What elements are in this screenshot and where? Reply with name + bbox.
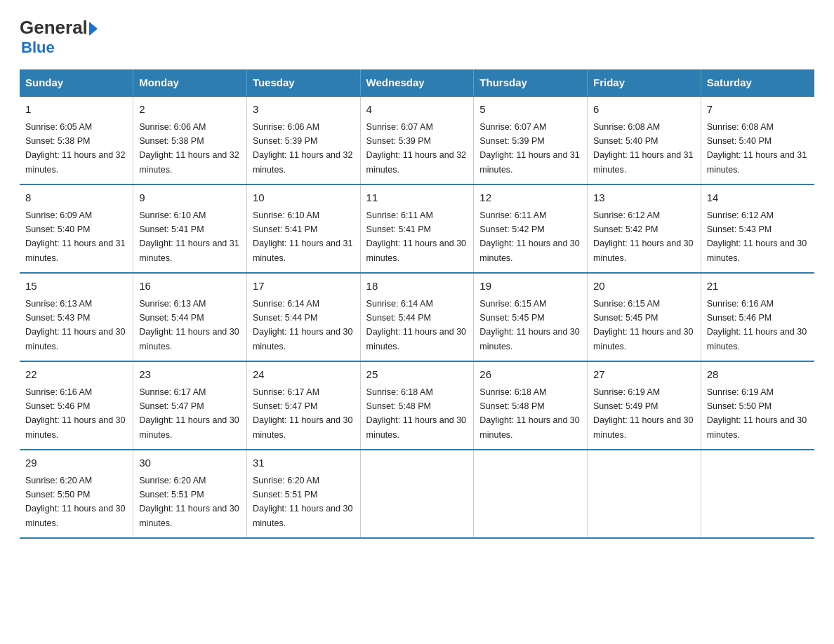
day-info: Sunrise: 6:10 AMSunset: 5:41 PMDaylight:… [139, 210, 239, 263]
day-number: 5 [479, 102, 581, 118]
logo-general: General [20, 17, 88, 39]
col-header-tuesday: Tuesday [246, 69, 360, 96]
day-info: Sunrise: 6:19 AMSunset: 5:49 PMDaylight:… [593, 387, 693, 440]
day-info: Sunrise: 6:15 AMSunset: 5:45 PMDaylight:… [593, 299, 693, 351]
day-info: Sunrise: 6:20 AMSunset: 5:51 PMDaylight:… [139, 476, 239, 528]
calendar-cell: 23Sunrise: 6:17 AMSunset: 5:47 PMDayligh… [133, 361, 247, 450]
day-info: Sunrise: 6:16 AMSunset: 5:46 PMDaylight:… [707, 299, 807, 351]
day-number: 27 [593, 367, 695, 383]
calendar-cell: 13Sunrise: 6:12 AMSunset: 5:42 PMDayligh… [588, 185, 701, 273]
col-header-friday: Friday [588, 69, 701, 96]
calendar-week-row: 15Sunrise: 6:13 AMSunset: 5:43 PMDayligh… [20, 273, 814, 361]
col-header-saturday: Saturday [701, 69, 814, 96]
day-number: 16 [139, 279, 241, 295]
logo: General Blue [20, 17, 98, 57]
day-info: Sunrise: 6:20 AMSunset: 5:50 PMDaylight:… [25, 476, 125, 528]
calendar-week-row: 22Sunrise: 6:16 AMSunset: 5:46 PMDayligh… [20, 361, 814, 450]
day-info: Sunrise: 6:14 AMSunset: 5:44 PMDaylight:… [253, 299, 352, 351]
calendar-cell: 24Sunrise: 6:17 AMSunset: 5:47 PMDayligh… [246, 361, 360, 450]
day-number: 10 [253, 190, 355, 206]
calendar-cell: 1Sunrise: 6:05 AMSunset: 5:38 PMDaylight… [20, 96, 133, 185]
calendar-cell: 6Sunrise: 6:08 AMSunset: 5:40 PMDaylight… [588, 96, 701, 185]
day-info: Sunrise: 6:07 AMSunset: 5:39 PMDaylight:… [479, 122, 579, 175]
calendar-cell: 4Sunrise: 6:07 AMSunset: 5:39 PMDaylight… [360, 96, 474, 185]
day-info: Sunrise: 6:07 AMSunset: 5:39 PMDaylight:… [366, 122, 466, 175]
day-number: 26 [479, 367, 581, 383]
day-info: Sunrise: 6:11 AMSunset: 5:42 PMDaylight:… [479, 210, 579, 263]
calendar-cell: 31Sunrise: 6:20 AMSunset: 5:51 PMDayligh… [246, 450, 360, 538]
calendar-week-row: 29Sunrise: 6:20 AMSunset: 5:50 PMDayligh… [20, 450, 814, 538]
calendar-cell [701, 450, 814, 538]
calendar-cell: 16Sunrise: 6:13 AMSunset: 5:44 PMDayligh… [133, 273, 247, 361]
day-number: 3 [253, 102, 355, 118]
calendar-cell: 29Sunrise: 6:20 AMSunset: 5:50 PMDayligh… [20, 450, 133, 538]
day-number: 30 [139, 455, 241, 471]
day-number: 8 [25, 190, 127, 206]
col-header-sunday: Sunday [20, 69, 133, 96]
calendar-table: SundayMondayTuesdayWednesdayThursdayFrid… [20, 69, 814, 539]
day-info: Sunrise: 6:06 AMSunset: 5:38 PMDaylight:… [139, 122, 239, 175]
calendar-cell: 8Sunrise: 6:09 AMSunset: 5:40 PMDaylight… [20, 185, 133, 273]
day-info: Sunrise: 6:13 AMSunset: 5:43 PMDaylight:… [25, 299, 125, 351]
logo-triangle-icon [89, 22, 98, 36]
day-number: 2 [139, 102, 241, 118]
col-header-monday: Monday [133, 69, 247, 96]
day-number: 29 [25, 455, 127, 471]
calendar-cell: 3Sunrise: 6:06 AMSunset: 5:39 PMDaylight… [246, 96, 360, 185]
day-number: 17 [253, 279, 355, 295]
calendar-week-row: 1Sunrise: 6:05 AMSunset: 5:38 PMDaylight… [20, 96, 814, 185]
calendar-cell: 19Sunrise: 6:15 AMSunset: 5:45 PMDayligh… [474, 273, 588, 361]
day-number: 25 [366, 367, 468, 383]
day-info: Sunrise: 6:06 AMSunset: 5:39 PMDaylight:… [253, 122, 352, 175]
day-info: Sunrise: 6:12 AMSunset: 5:43 PMDaylight:… [707, 210, 807, 263]
calendar-cell: 7Sunrise: 6:08 AMSunset: 5:40 PMDaylight… [701, 96, 814, 185]
day-info: Sunrise: 6:19 AMSunset: 5:50 PMDaylight:… [707, 387, 807, 440]
day-number: 23 [139, 367, 241, 383]
day-info: Sunrise: 6:18 AMSunset: 5:48 PMDaylight:… [479, 387, 579, 440]
day-number: 9 [139, 190, 241, 206]
day-number: 13 [593, 190, 695, 206]
calendar-cell [474, 450, 588, 538]
day-info: Sunrise: 6:09 AMSunset: 5:40 PMDaylight:… [25, 210, 125, 263]
day-number: 19 [479, 279, 581, 295]
calendar-cell [360, 450, 474, 538]
calendar-cell: 22Sunrise: 6:16 AMSunset: 5:46 PMDayligh… [20, 361, 133, 450]
day-number: 6 [593, 102, 695, 118]
calendar-cell: 15Sunrise: 6:13 AMSunset: 5:43 PMDayligh… [20, 273, 133, 361]
day-number: 24 [253, 367, 355, 383]
day-info: Sunrise: 6:11 AMSunset: 5:41 PMDaylight:… [366, 210, 466, 263]
calendar-cell: 25Sunrise: 6:18 AMSunset: 5:48 PMDayligh… [360, 361, 474, 450]
day-info: Sunrise: 6:13 AMSunset: 5:44 PMDaylight:… [139, 299, 239, 351]
calendar-cell: 17Sunrise: 6:14 AMSunset: 5:44 PMDayligh… [246, 273, 360, 361]
calendar-cell: 5Sunrise: 6:07 AMSunset: 5:39 PMDaylight… [474, 96, 588, 185]
day-number: 20 [593, 279, 695, 295]
day-info: Sunrise: 6:10 AMSunset: 5:41 PMDaylight:… [253, 210, 352, 263]
calendar-cell: 2Sunrise: 6:06 AMSunset: 5:38 PMDaylight… [133, 96, 247, 185]
day-info: Sunrise: 6:16 AMSunset: 5:46 PMDaylight:… [25, 387, 125, 440]
calendar-cell: 11Sunrise: 6:11 AMSunset: 5:41 PMDayligh… [360, 185, 474, 273]
day-number: 31 [253, 455, 355, 471]
day-number: 7 [707, 102, 809, 118]
day-info: Sunrise: 6:18 AMSunset: 5:48 PMDaylight:… [366, 387, 466, 440]
day-number: 14 [707, 190, 809, 206]
calendar-cell: 27Sunrise: 6:19 AMSunset: 5:49 PMDayligh… [588, 361, 701, 450]
day-info: Sunrise: 6:17 AMSunset: 5:47 PMDaylight:… [253, 387, 352, 440]
day-number: 12 [479, 190, 581, 206]
calendar-cell [588, 450, 701, 538]
day-info: Sunrise: 6:14 AMSunset: 5:44 PMDaylight:… [366, 299, 466, 351]
day-number: 1 [25, 102, 127, 118]
day-info: Sunrise: 6:08 AMSunset: 5:40 PMDaylight:… [707, 122, 807, 175]
calendar-cell: 30Sunrise: 6:20 AMSunset: 5:51 PMDayligh… [133, 450, 247, 538]
calendar-cell: 26Sunrise: 6:18 AMSunset: 5:48 PMDayligh… [474, 361, 588, 450]
calendar-cell: 20Sunrise: 6:15 AMSunset: 5:45 PMDayligh… [588, 273, 701, 361]
calendar-cell: 12Sunrise: 6:11 AMSunset: 5:42 PMDayligh… [474, 185, 588, 273]
day-number: 18 [366, 279, 468, 295]
col-header-thursday: Thursday [474, 69, 588, 96]
calendar-header-row: SundayMondayTuesdayWednesdayThursdayFrid… [20, 69, 814, 96]
day-info: Sunrise: 6:17 AMSunset: 5:47 PMDaylight:… [139, 387, 239, 440]
day-number: 22 [25, 367, 127, 383]
day-info: Sunrise: 6:05 AMSunset: 5:38 PMDaylight:… [25, 122, 125, 175]
calendar-cell: 18Sunrise: 6:14 AMSunset: 5:44 PMDayligh… [360, 273, 474, 361]
day-info: Sunrise: 6:20 AMSunset: 5:51 PMDaylight:… [253, 476, 352, 528]
day-number: 28 [707, 367, 809, 383]
